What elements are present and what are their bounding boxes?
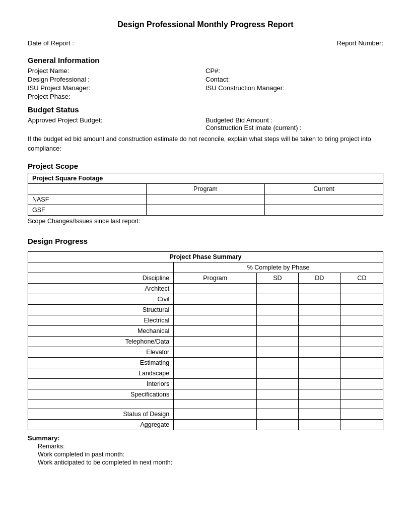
status-design-cd xyxy=(340,409,383,419)
estimating-label: Estimating xyxy=(28,357,174,368)
civil-sd xyxy=(257,294,298,304)
report-number-label: Report Number: xyxy=(337,39,383,47)
budget-note: If the budget ed bid amount and construc… xyxy=(28,135,383,154)
empty-1-col2 xyxy=(174,400,257,409)
estimating-sd xyxy=(257,357,298,368)
electrical-dd xyxy=(298,315,340,325)
elevator-dd xyxy=(298,347,340,357)
design-progress-section: Design Progress Project Phase Summary % … xyxy=(28,237,383,466)
telephone-data-cd xyxy=(340,336,383,347)
landscape-label: Landscape xyxy=(28,368,174,378)
landscape-dd xyxy=(298,368,340,378)
design-progress-title: Design Progress xyxy=(28,237,383,245)
empty-1-col3 xyxy=(257,400,298,409)
elevator-sd xyxy=(257,347,298,357)
architect-sd xyxy=(257,283,298,294)
col-program: Program xyxy=(174,273,257,283)
design-professional-label: Design Professional : xyxy=(28,76,206,83)
telephone-data-label: Telephone/Data xyxy=(28,336,174,347)
mechanical-sd xyxy=(257,325,298,336)
electrical-cd xyxy=(340,315,383,325)
col-dd: DD xyxy=(298,273,340,283)
status-design-program xyxy=(174,409,257,419)
empty-1-col5 xyxy=(340,400,383,409)
discipline-row-civil: Civil xyxy=(28,294,383,304)
electrical-sd xyxy=(257,315,298,325)
structural-program xyxy=(174,304,257,315)
civil-cd xyxy=(340,294,383,304)
empty-1-col1 xyxy=(28,400,174,409)
specifications-label: Specifications xyxy=(28,389,174,400)
landscape-program xyxy=(174,368,257,378)
budgeted-bid-label: Budgeted Bid Amount : xyxy=(206,116,383,124)
architect-label: Architect xyxy=(28,283,174,294)
project-phase-value xyxy=(206,93,383,100)
isu-construction-manager-label: ISU Construction Manager: xyxy=(206,84,383,92)
general-info-title: General Information xyxy=(28,56,383,64)
civil-label: Civil xyxy=(28,294,174,304)
estimating-dd xyxy=(298,357,340,368)
gsf-program xyxy=(147,205,265,215)
discipline-row-architect: Architect xyxy=(28,283,383,294)
discipline-row-specifications: Specifications xyxy=(28,389,383,400)
architect-dd xyxy=(298,283,340,294)
specifications-program xyxy=(174,389,257,400)
discipline-row-estimating: Estimating xyxy=(28,357,383,368)
status-design-label: Status of Design xyxy=(28,409,174,419)
discipline-row-landscape: Landscape xyxy=(28,368,383,378)
aggregate-cd xyxy=(340,419,383,430)
interiors-program xyxy=(174,378,257,389)
landscape-sd xyxy=(257,368,298,378)
project-scope-title: Project Scope xyxy=(28,162,383,170)
scope-nasf-row: NASF xyxy=(28,194,383,205)
project-square-footage-header: Project Square Footage xyxy=(28,173,383,183)
budget-status-title: Budget Status xyxy=(28,105,383,114)
budget-right-col: Budgeted Bid Amount : Construction Est i… xyxy=(206,116,383,131)
aggregate-sd xyxy=(257,419,298,430)
interiors-dd xyxy=(298,378,340,389)
interiors-cd xyxy=(340,378,383,389)
structural-dd xyxy=(298,304,340,315)
electrical-label: Electrical xyxy=(28,315,174,325)
pct-complete-header: % Complete by Phase xyxy=(174,262,383,273)
gsf-current xyxy=(265,205,383,215)
structural-sd xyxy=(257,304,298,315)
col-cd: CD xyxy=(340,273,383,283)
discipline-row-telephone-data: Telephone/Data xyxy=(28,336,383,347)
telephone-data-sd xyxy=(257,336,298,347)
discipline-row-electrical: Electrical xyxy=(28,315,383,325)
project-phase-summary-table: Project Phase Summary % Complete by Phas… xyxy=(28,251,383,430)
work-past-line: Work completed in past month: xyxy=(38,451,383,458)
status-design-sd xyxy=(257,409,298,419)
mechanical-cd xyxy=(340,325,383,336)
contact-label: Contact: xyxy=(206,76,383,83)
budget-status-section: Budget Status Approved Project Budget: B… xyxy=(28,105,383,154)
specifications-sd xyxy=(257,389,298,400)
telephone-data-program xyxy=(174,336,257,347)
civil-dd xyxy=(298,294,340,304)
specifications-cd xyxy=(340,389,383,400)
structural-label: Structural xyxy=(28,304,174,315)
aggregate-dd xyxy=(298,419,340,430)
elevator-cd xyxy=(340,347,383,357)
discipline-row-mechanical: Mechanical xyxy=(28,325,383,336)
scope-changes-label: Scope Changes/Issues since last report: xyxy=(28,218,383,225)
empty-1-col4 xyxy=(298,400,340,409)
interiors-sd xyxy=(257,378,298,389)
pct-empty-col xyxy=(28,262,174,273)
status-design-dd xyxy=(298,409,340,419)
mechanical-dd xyxy=(298,325,340,336)
telephone-data-dd xyxy=(298,336,340,347)
scope-col-current: Current xyxy=(265,183,383,194)
isu-project-manager-label: ISU Project Manager: xyxy=(28,84,206,92)
scope-gsf-row: GSF xyxy=(28,205,383,215)
aggregate-program xyxy=(174,419,257,430)
general-information-section: General Information Project Name: CP#: D… xyxy=(28,56,383,100)
project-name-label: Project Name: xyxy=(28,67,206,75)
header-section: Date of Report : Report Number: xyxy=(28,39,383,47)
approved-budget-label: Approved Project Budget: xyxy=(28,116,206,131)
aggregate-row: Aggregate xyxy=(28,419,383,430)
col-sd: SD xyxy=(257,273,298,283)
electrical-program xyxy=(174,315,257,325)
status-design-row: Status of Design xyxy=(28,409,383,419)
